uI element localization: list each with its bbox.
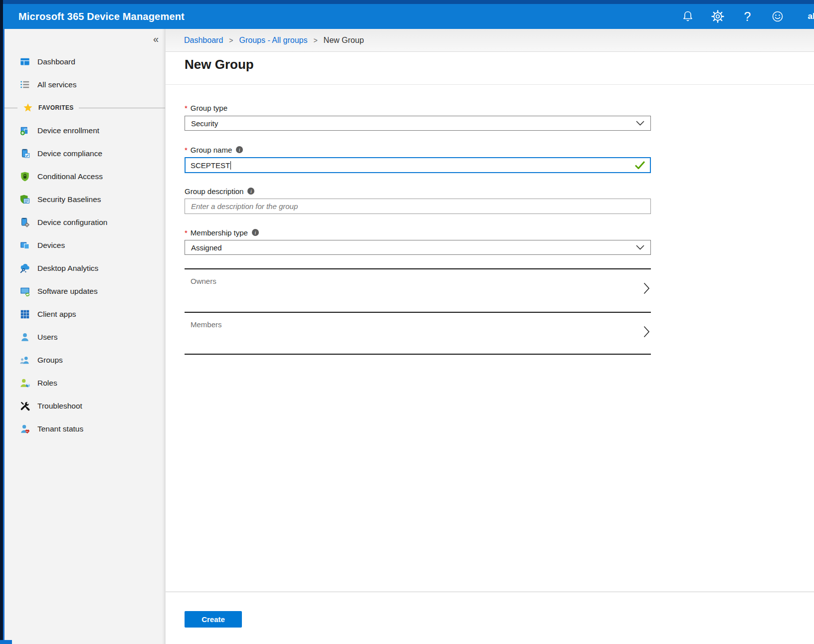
info-icon[interactable]: i: [236, 146, 243, 153]
members-label: Members: [191, 320, 222, 329]
device-compliance-icon: [19, 148, 30, 159]
breadcrumb-separator-icon: >: [313, 36, 317, 44]
account-name[interactable]: alfr: [808, 11, 814, 21]
page-title: New Group: [185, 57, 814, 72]
sidebar-item-groups[interactable]: Groups: [4, 349, 165, 372]
desktop-analytics-icon: [19, 263, 30, 274]
sidebar-item-all-services[interactable]: All services: [4, 73, 165, 96]
group-description-input[interactable]: [185, 199, 651, 214]
info-icon[interactable]: i: [252, 229, 259, 236]
sidebar-item-users[interactable]: Users: [4, 326, 165, 349]
sidebar-item-label: Tenant status: [37, 425, 83, 433]
sidebar-item-label: Client apps: [37, 310, 76, 319]
group-name-value: SCEPTEST: [191, 161, 230, 170]
software-updates-icon: [19, 286, 30, 297]
all-services-icon: [19, 79, 30, 90]
chevron-right-icon: [643, 282, 650, 296]
dashboard-icon: [19, 56, 30, 67]
sidebar-item-software-updates[interactable]: Software updates: [4, 280, 165, 303]
group-type-select[interactable]: Security: [185, 116, 651, 131]
sidebar: « Dashboard All services: [4, 29, 166, 644]
groups-icon: [19, 355, 30, 366]
conditional-access-icon: [19, 171, 30, 182]
footer-divider: [166, 592, 814, 592]
membership-type-value: Assigned: [191, 243, 222, 252]
client-apps-icon: [19, 309, 30, 320]
membership-type-label: * Membership type i: [185, 227, 651, 237]
sidebar-item-label: Conditional Access: [37, 172, 103, 181]
owners-section[interactable]: Owners: [185, 268, 651, 312]
sidebar-item-security-baselines[interactable]: Security Baselines: [4, 188, 165, 211]
sidebar-item-device-configuration[interactable]: Device configuration: [4, 211, 165, 234]
sidebar-item-label: Users: [37, 333, 57, 342]
breadcrumb-separator-icon: >: [229, 36, 233, 44]
troubleshoot-icon: [19, 401, 30, 412]
sidebar-left-accent: [3, 29, 4, 644]
security-baselines-icon: [19, 194, 30, 205]
sidebar-item-dashboard[interactable]: Dashboard: [4, 50, 165, 73]
roles-icon: [19, 378, 30, 389]
sidebar-item-conditional-access[interactable]: Conditional Access: [4, 165, 165, 188]
app-header: Microsoft 365 Device Management ?: [0, 4, 814, 29]
group-name-label: * Group name i: [185, 145, 651, 155]
smiley-icon[interactable]: [771, 10, 784, 23]
sidebar-item-device-compliance[interactable]: Device compliance: [4, 142, 165, 165]
help-icon[interactable]: ?: [741, 10, 754, 23]
sidebar-item-label: Device enrollment: [37, 126, 99, 135]
sidebar-item-label: All services: [37, 80, 76, 89]
window-top-strip: [0, 0, 814, 4]
sidebar-item-label: Roles: [37, 379, 57, 388]
bell-icon[interactable]: [681, 10, 694, 23]
breadcrumb: Dashboard > Groups - All groups > New Gr…: [166, 29, 814, 52]
group-name-input[interactable]: SCEPTEST: [185, 157, 651, 173]
sidebar-item-label: Security Baselines: [37, 195, 101, 204]
sidebar-item-roles[interactable]: Roles: [4, 372, 165, 395]
sidebar-item-label: Dashboard: [37, 57, 75, 66]
create-button[interactable]: Create: [185, 611, 242, 628]
main-content: Dashboard > Groups - All groups > New Gr…: [166, 29, 814, 644]
sidebar-item-device-enrollment[interactable]: Device enrollment: [4, 119, 165, 142]
text-cursor: [230, 161, 231, 170]
bottom-left-accent: [0, 640, 12, 644]
sidebar-collapse-button[interactable]: «: [153, 34, 159, 44]
chevron-down-icon: [636, 121, 644, 126]
page-header: New Group: [166, 52, 814, 85]
gear-icon[interactable]: [711, 10, 724, 23]
users-icon: [19, 332, 30, 343]
required-marker: *: [185, 146, 188, 154]
favorites-divider: FAVORITES: [4, 96, 165, 119]
breadcrumb-dashboard[interactable]: Dashboard: [184, 36, 223, 45]
app-title: Microsoft 365 Device Management: [18, 11, 185, 22]
required-marker: *: [185, 104, 188, 112]
owners-label: Owners: [191, 277, 216, 285]
sidebar-item-label: Devices: [37, 241, 65, 250]
sidebar-item-client-apps[interactable]: Client apps: [4, 303, 165, 326]
sidebar-item-desktop-analytics[interactable]: Desktop Analytics: [4, 257, 165, 280]
sidebar-item-label: Groups: [37, 356, 63, 365]
devices-icon: [19, 240, 30, 251]
group-description-label: Group description i: [185, 186, 651, 196]
chevron-down-icon: [636, 245, 644, 250]
new-group-form: * Group type Security * Group name i SCE…: [166, 103, 651, 355]
device-configuration-icon: [19, 217, 30, 228]
group-type-label: * Group type: [185, 103, 651, 113]
tenant-status-icon: [19, 424, 30, 434]
chevron-right-icon: [643, 326, 650, 340]
membership-type-select[interactable]: Assigned: [185, 240, 651, 255]
sidebar-item-tenant-status[interactable]: Tenant status: [4, 418, 165, 440]
info-icon[interactable]: i: [247, 188, 254, 195]
sidebar-item-label: Device compliance: [37, 149, 102, 158]
sidebar-item-devices[interactable]: Devices: [4, 234, 165, 257]
sidebar-item-label: Software updates: [37, 287, 98, 296]
device-enrollment-icon: [19, 125, 30, 136]
sidebar-item-label: Device configuration: [37, 218, 107, 227]
members-section[interactable]: Members: [185, 312, 651, 355]
sidebar-nav: Dashboard All services FAVORITES: [4, 50, 165, 440]
favorites-star-icon: [22, 102, 33, 113]
sidebar-item-label: Troubleshoot: [37, 402, 82, 411]
breadcrumb-groups-all-groups[interactable]: Groups - All groups: [239, 36, 307, 45]
favorites-label: FAVORITES: [38, 104, 74, 111]
breadcrumb-current: New Group: [324, 36, 364, 45]
sidebar-item-troubleshoot[interactable]: Troubleshoot: [4, 395, 165, 418]
required-marker: *: [185, 228, 188, 237]
